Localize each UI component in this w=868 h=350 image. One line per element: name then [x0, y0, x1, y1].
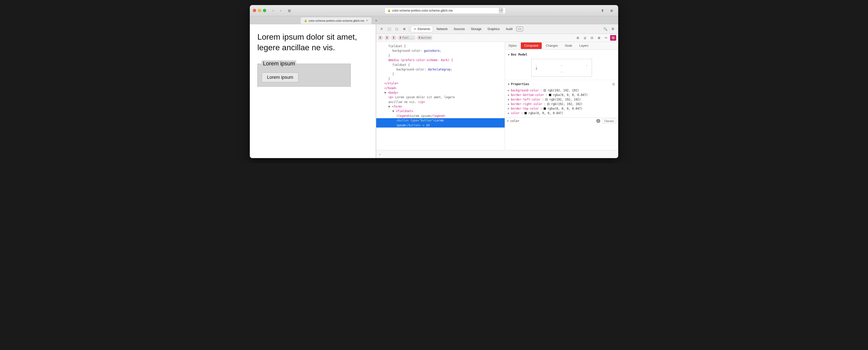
filter-input[interactable] — [510, 119, 595, 123]
property-row-border-left-color[interactable]: ▶ border-left-color : rgb(192, 192, 192) — [508, 97, 615, 102]
prop-swatch-1[interactable] — [544, 89, 546, 92]
devtools-close-button[interactable]: ✕ — [378, 26, 385, 32]
split-view-button[interactable]: ⊞ — [286, 8, 293, 13]
breadcrumb-item-1[interactable]: E — [378, 36, 382, 40]
minimize-button[interactable] — [258, 9, 261, 12]
tab-elements[interactable]: ⚛ Elements — [411, 26, 433, 32]
properties-section: ▼ Properties ⊙ ▶ background-color : rgb(… — [505, 80, 618, 117]
devtools-inspect-button[interactable]: ⊕ — [401, 26, 407, 32]
browser-tab[interactable]: 🔒 color-scheme-prefers-color-scheme.glit… — [300, 17, 372, 24]
property-row-color[interactable]: ▶ color : rgba(0, 0, 0, 0.847) — [508, 111, 615, 115]
properties-header[interactable]: ▼ Properties ⊙ — [508, 82, 615, 86]
property-row-border-bottom-color[interactable]: ▶ border-bottom-color : rgba(0, 0, 0, 0.… — [508, 93, 615, 97]
prop-value-1: rgb(192, 192, 192) — [548, 89, 579, 92]
box-model-title: Box Model — [511, 53, 527, 56]
prop-value-6: rgba(0, 0, 0, 0.847) — [528, 111, 563, 115]
main-area: Lorem ipsum dolor sit amet, legere ancil… — [250, 24, 618, 158]
prop-swatch-2[interactable] — [549, 94, 551, 96]
prop-expand-2: ▶ — [508, 94, 509, 96]
breadcrumb-item-2[interactable]: E — [385, 36, 389, 40]
tab-close-button[interactable]: ✕ — [366, 19, 368, 22]
code-line-18[interactable]: ipsum</button> = $0 — [376, 123, 505, 127]
tab-styles[interactable]: Styles — [505, 42, 520, 50]
code-line-2: background-color: gainsboro; — [376, 49, 505, 53]
prop-swatch-6[interactable] — [524, 112, 527, 114]
code-line-15: ▼ <fieldset> — [376, 109, 505, 113]
code-line-16: <legend>Lorem ipsum</legend> — [376, 114, 505, 118]
code-line-6: background-color: darkslategray; — [376, 67, 505, 72]
button-demo[interactable]: Lorem ipsum — [262, 72, 299, 82]
address-bar: 🔒 color-scheme-prefers-color-scheme.glit… — [293, 7, 597, 14]
reload-button[interactable]: ↺ — [499, 8, 503, 13]
tab-audit[interactable]: Audit — [503, 26, 515, 32]
filter-icon: ⊙ — [507, 119, 509, 123]
prop-expand-3: ▶ — [508, 98, 509, 101]
tab-graphics[interactable]: Graphics — [485, 26, 502, 32]
prop-swatch-4[interactable] — [547, 103, 550, 105]
tab-network[interactable]: Network — [434, 26, 450, 32]
code-panel[interactable]: fieldset { background-color: gainsboro; … — [376, 42, 505, 150]
breadcrumb-item-button[interactable]: E button — [417, 36, 432, 40]
new-tab-button[interactable]: + — [373, 18, 379, 24]
close-button[interactable] — [253, 9, 256, 12]
tab-node[interactable]: Node — [561, 42, 576, 50]
property-row-border-top-color[interactable]: ▶ border-top-color : rgba(0, 0, 0, 0.847… — [508, 106, 615, 111]
url-text: color-scheme-prefers-color-scheme.glitch… — [392, 9, 453, 12]
url-bar[interactable]: 🔒 color-scheme-prefers-color-scheme.glit… — [384, 7, 506, 14]
prop-swatch-3[interactable] — [545, 98, 548, 101]
new-tab-toolbar-button[interactable]: ⊕ — [608, 8, 615, 13]
bm-top-left: – — [536, 64, 537, 67]
property-row-background-color[interactable]: ▶ background-color : rgb(192, 192, 192) — [508, 88, 615, 93]
nav-buttons: ‹ › — [270, 8, 284, 13]
code-line-14: ▼ <form> — [376, 104, 505, 109]
property-row-border-right-color[interactable]: ▶ border-right-color : rgb(192, 192, 192… — [508, 102, 615, 106]
print-tool-button[interactable]: 🖨 — [582, 35, 588, 41]
more-tabs-button[interactable]: >> — [516, 27, 523, 31]
color-tool-button[interactable]: 🎨 — [610, 35, 616, 41]
layout-tool-button[interactable]: ⊠ — [596, 35, 602, 41]
tab-storage[interactable]: Storage — [468, 26, 484, 32]
box-model-header[interactable]: ▼ Box Model — [508, 53, 615, 56]
breadcrumb-tag-button: button — [421, 36, 431, 39]
breadcrumb-arrow-1: › — [383, 36, 384, 39]
code-line-4: @media (prefers-color-scheme: dark) { — [376, 58, 505, 62]
tab-computed[interactable]: Computed — [521, 42, 542, 49]
styles-tabs: Styles Computed Changes Node Layers — [505, 42, 618, 50]
breadcrumb-item-fiel[interactable]: E fiel... — [398, 36, 415, 40]
tab-changes[interactable]: Changes — [542, 42, 561, 50]
tab-sources[interactable]: Sources — [451, 26, 467, 32]
classes-button[interactable]: Classes — [602, 119, 616, 123]
code-line-7: } — [376, 72, 505, 76]
box-model-diagram: – – – 2 – — [531, 59, 592, 77]
browser-window: ‹ › ⊞ 🔒 color-scheme-prefers-color-schem… — [250, 5, 618, 158]
devtools-dock-button[interactable]: ◻ — [393, 26, 400, 32]
maximize-button[interactable] — [263, 9, 266, 12]
bm-val: 2 — [536, 67, 537, 70]
breadcrumb-tools: ⊞ 🖨 ⊟ ⊠ ✏ 🎨 — [575, 35, 616, 41]
settings-button[interactable]: ⚙ — [610, 26, 616, 32]
properties-settings-icon[interactable]: ⊙ — [612, 82, 615, 86]
view-tool-button[interactable]: ⊟ — [589, 35, 595, 41]
toolbar-divider — [409, 27, 409, 32]
breadcrumb-item-3[interactable]: E — [392, 36, 396, 40]
prop-value-3: rgb(192, 192, 192) — [549, 98, 581, 101]
code-line-17[interactable]: <button type="button">Lorem — [376, 118, 505, 123]
search-button[interactable]: 🔍 — [602, 26, 609, 32]
filter-clear-button[interactable]: ✕ — [596, 119, 600, 123]
tab-layers[interactable]: Layers — [576, 42, 592, 50]
back-button[interactable]: ‹ — [270, 8, 277, 13]
breadcrumb-e-2: E — [386, 36, 388, 39]
bm-bottom-center: – — [561, 70, 562, 74]
prop-swatch-5[interactable] — [544, 107, 546, 110]
title-bar: ‹ › ⊞ 🔒 color-scheme-prefers-color-schem… — [250, 5, 618, 16]
share-button[interactable]: ⬆ — [599, 8, 606, 13]
elements-icon: ⚛ — [413, 27, 416, 31]
paint-tool-button[interactable]: ✏ — [603, 35, 609, 41]
console-input[interactable] — [383, 152, 616, 156]
prop-name-2: border-bottom-color — [511, 93, 544, 97]
grid-tool-button[interactable]: ⊞ — [575, 35, 581, 41]
devtools-undock-button[interactable]: ⬜ — [386, 26, 392, 32]
breadcrumb-arrow-2: › — [390, 36, 391, 39]
forward-button[interactable]: › — [277, 8, 284, 13]
legend-demo: Lorem ipsum — [262, 60, 296, 67]
